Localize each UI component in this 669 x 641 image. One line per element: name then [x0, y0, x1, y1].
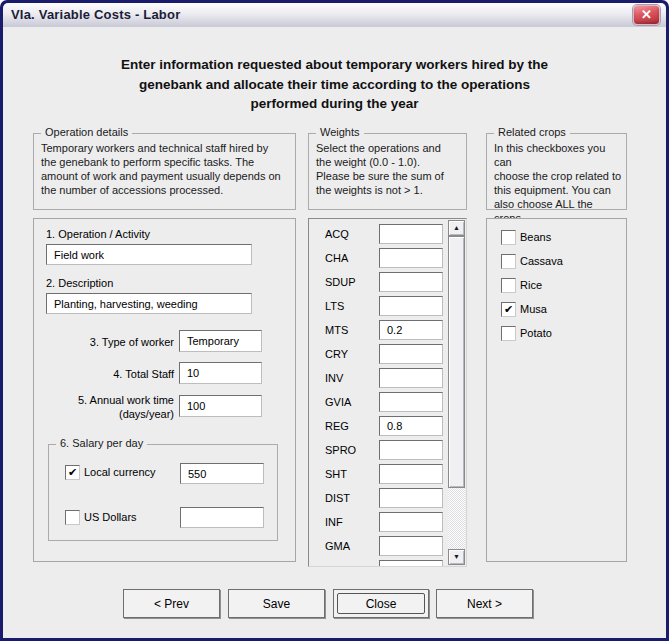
salary-per-day-legend: 6. Salary per day [56, 437, 147, 449]
weight-code: INV [325, 372, 343, 384]
weight-input[interactable] [379, 488, 443, 508]
weight-input[interactable] [379, 224, 443, 244]
weight-input[interactable] [379, 272, 443, 292]
scrollbar-thumb[interactable] [448, 236, 465, 488]
operation-activity-input[interactable] [46, 244, 252, 265]
weight-input[interactable] [379, 296, 443, 316]
weight-row: INF [309, 511, 444, 535]
weight-row: GMA [309, 535, 444, 559]
dialog-window: VIa. Variable Costs - Labor ✕ Enter info… [0, 0, 669, 641]
weight-row: SPRO [309, 439, 444, 463]
related-crops-panel: Beans Cassava Rice ✔ Musa Potato [486, 218, 627, 562]
crop-cassava-checkbox[interactable] [501, 254, 516, 269]
crop-checkbox-row: Beans [501, 230, 611, 245]
local-currency-label: Local currency [84, 466, 156, 478]
weights-scrollbar[interactable]: ▲ ▼ [448, 220, 465, 565]
crop-musa-checkbox[interactable]: ✔ [501, 302, 516, 317]
us-dollars-label: US Dollars [84, 511, 137, 523]
weight-row: INV [309, 367, 444, 391]
us-dollars-checkbox[interactable] [65, 510, 80, 525]
operation-details-description: Temporary workers and technical staff hi… [41, 141, 291, 197]
weight-input[interactable] [379, 248, 443, 268]
close-icon[interactable]: ✕ [633, 5, 660, 25]
operation-form-panel: 1. Operation / Activity 2. Description 3… [33, 218, 296, 562]
title-bar[interactable]: VIa. Variable Costs - Labor ✕ [3, 3, 666, 27]
weight-input[interactable] [379, 464, 443, 484]
close-button[interactable]: Close [333, 589, 429, 618]
weight-code: MTS [325, 324, 348, 336]
weight-row: SDUP [309, 271, 444, 295]
weight-row: DIST [309, 487, 444, 511]
weight-code: GVIA [325, 396, 351, 408]
dialog-body: Enter information requested about tempor… [3, 27, 666, 638]
weight-code: INF [325, 516, 343, 528]
weight-code: SDUP [325, 276, 356, 288]
weight-code: CHA [325, 252, 348, 264]
next-button[interactable]: Next > [436, 589, 533, 618]
crop-musa-label: Musa [520, 303, 547, 315]
weight-input[interactable] [379, 344, 443, 364]
weight-row: CRY [309, 343, 444, 367]
weight-row: TRA [309, 559, 444, 567]
weight-code: GMA [325, 540, 350, 552]
us-dollars-checkbox-row: US Dollars [65, 510, 185, 525]
weight-code: SHT [325, 468, 347, 480]
save-button[interactable]: Save [228, 589, 325, 618]
groupbox-weights: Weights Select the operations and the we… [308, 133, 467, 210]
weight-code: LTS [325, 300, 344, 312]
crop-checkbox-row: Potato [501, 326, 611, 341]
weights-listbox: ACQ CHA SDUP LTS MTS CRY INV GVIA REG SP… [308, 218, 467, 567]
prev-button[interactable]: < Prev [123, 589, 220, 618]
instruction-header: Enter information requested about tempor… [43, 55, 626, 114]
us-dollars-input[interactable] [180, 507, 264, 528]
total-staff-input[interactable] [179, 362, 262, 384]
weight-code: REG [325, 420, 349, 432]
groupbox-salary-per-day: 6. Salary per day ✔ Local currency US Do… [48, 444, 278, 541]
groupbox-operation-details-legend: Operation details [41, 126, 132, 138]
local-currency-checkbox-row: ✔ Local currency [65, 465, 185, 480]
weight-row: REG [309, 415, 444, 439]
weight-row: ACQ [309, 223, 444, 247]
scroll-up-icon[interactable]: ▲ [448, 220, 465, 236]
annual-work-time-label: 5. Annual work time (days/year) [34, 393, 174, 422]
weight-input[interactable] [379, 440, 443, 460]
crop-beans-checkbox[interactable] [501, 230, 516, 245]
weight-row: MTS [309, 319, 444, 343]
groupbox-related-crops: Related crops In this checkboxes you can… [486, 133, 627, 210]
weight-input[interactable] [379, 560, 443, 567]
groupbox-operation-details: Operation details Temporary workers and … [33, 133, 296, 210]
crop-checkbox-row: Cassava [501, 254, 611, 269]
window-title: VIa. Variable Costs - Labor [11, 7, 180, 22]
weight-input[interactable] [379, 392, 443, 412]
worker-type-label: 3. Type of worker [34, 335, 174, 349]
weight-row: SHT [309, 463, 444, 487]
crop-potato-checkbox[interactable] [501, 326, 516, 341]
weight-code: DIST [325, 492, 350, 504]
local-currency-checkbox[interactable]: ✔ [65, 465, 80, 480]
weight-input[interactable] [379, 512, 443, 532]
weight-input[interactable] [379, 320, 443, 340]
related-crops-description: In this checkboxes you can choose the cr… [494, 141, 622, 225]
local-currency-input[interactable] [180, 463, 264, 484]
weights-description: Select the operations and the weight (0.… [316, 141, 462, 197]
crop-checkbox-row: Rice [501, 278, 611, 293]
total-staff-label: 4. Total Staff [34, 367, 174, 381]
weight-input[interactable] [379, 416, 443, 436]
weight-code: ACQ [325, 228, 349, 240]
operation-activity-label: 1. Operation / Activity [46, 228, 150, 240]
crop-cassava-label: Cassava [520, 255, 563, 267]
groupbox-related-crops-legend: Related crops [494, 126, 570, 138]
description-input[interactable] [46, 293, 252, 314]
scrollbar-track[interactable] [448, 236, 465, 549]
weight-code: CRY [325, 348, 348, 360]
weight-code: SPRO [325, 444, 356, 456]
weight-row: GVIA [309, 391, 444, 415]
crop-checkbox-row: ✔ Musa [501, 302, 611, 317]
worker-type-input[interactable] [179, 330, 262, 352]
weight-input[interactable] [379, 368, 443, 388]
crop-rice-checkbox[interactable] [501, 278, 516, 293]
scroll-down-icon[interactable]: ▼ [448, 549, 465, 565]
annual-work-time-input[interactable] [179, 395, 262, 417]
description-label: 2. Description [46, 277, 113, 289]
weight-input[interactable] [379, 536, 443, 556]
